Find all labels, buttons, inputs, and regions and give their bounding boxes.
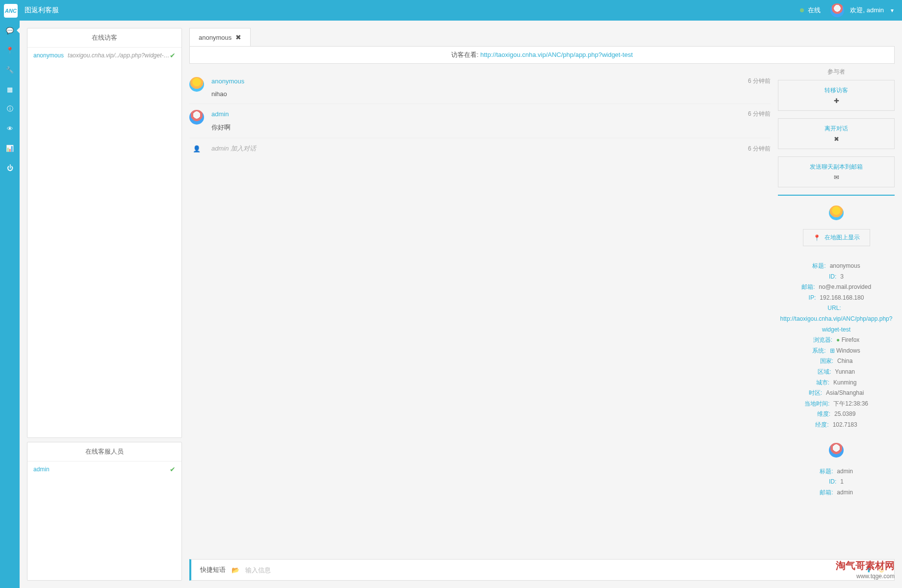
message-author: admin [211,110,229,118]
sidebar-settings[interactable]: 🔧 [0,60,20,79]
operator-row[interactable]: admin ✔ [27,461,181,477]
transfer-label: 转移访客 [825,86,848,95]
admin-info-avatar [829,443,844,458]
info-value: 3 [840,273,844,280]
sidebar-info[interactable]: ⓘ [0,99,20,119]
info-label: 标题: [812,262,825,269]
leave-button[interactable]: 离开对话 ✖ [778,118,895,149]
message-input[interactable] [245,566,860,574]
check-icon: ✔ [170,51,176,59]
info-value: Firefox [842,336,860,343]
mail-icon: ✉ [834,174,839,181]
logo[interactable]: ANC [4,4,18,18]
close-icon: ✖ [834,135,839,143]
sendmail-button[interactable]: 发送聊天副本到邮箱 ✉ [778,156,895,187]
info-value: 下午12:38:36 [833,400,868,407]
sendmail-label: 发送聊天副本到邮箱 [810,163,863,171]
check-icon: ✔ [170,465,176,473]
status-dot-icon [800,8,804,12]
canned-label: 快捷短语 [200,565,226,574]
url-link[interactable]: http://taoxigou.cnha.vip/ANC/php/app.php… [480,51,633,58]
sidebar-grid[interactable]: ▦ [0,79,20,99]
watermark-title: 淘气哥素材网 [836,559,895,572]
info-label: 邮箱: [820,489,833,496]
tab-visitor[interactable]: anonymous ✖ [189,28,251,46]
info-value: Windows [836,347,860,354]
visitor-url-bar: 访客在看: http://taoxigou.cnha.vip/ANC/php/a… [189,46,895,64]
participants-label: 参与者 [778,64,895,80]
eye-icon: 👁 [7,125,13,132]
message-avatar [189,110,204,125]
url-label: 访客在看: [451,51,479,58]
folder-icon[interactable]: 📂 [232,566,239,574]
operator-panel-header: 在线客服人员 [27,442,181,461]
sidebar-chat[interactable]: 💬 [0,21,20,40]
visitor-row[interactable]: anonymous taoxigou.cnha.vip/../app.php?w… [27,48,181,63]
user-icon: 👤 [189,145,204,153]
welcome-text: 欢迎, admin [850,6,884,15]
info-icon: ⓘ [7,104,13,113]
user-profile-menu[interactable]: 欢迎, admin ▼ [830,3,895,17]
windows-icon: ⊞ [830,347,835,354]
info-value: Yunnan [835,368,855,375]
status-text: 在线 [808,6,821,15]
close-icon[interactable]: ✖ [235,33,241,41]
info-value: Kunming [833,379,856,386]
power-icon: ⏻ [7,164,13,172]
operator-name: admin [33,466,50,473]
info-label: 维度: [817,410,830,417]
pin-icon: 📍 [813,234,821,241]
info-value: admin [837,468,853,475]
info-value: 102.7183 [833,421,857,428]
info-value: admin [837,489,853,496]
chevron-down-icon: ▼ [890,8,895,13]
visitor-panel-header: 在线访客 [27,28,181,48]
watermark: 淘气哥素材网 www.tqge.com [836,559,895,581]
sidebar-eye[interactable]: 👁 [0,119,20,138]
info-value: China [837,358,852,364]
visitor-url: taoxigou.cnha.vip/../app.php?widget-test [68,52,170,59]
online-status[interactable]: 在线 [800,6,821,15]
map-label: 在地图上显示 [825,233,860,242]
message: admin 6 分钟前 你好啊 [189,103,771,138]
info-label: 国家: [820,358,833,364]
chat-icon: 💬 [6,27,14,34]
bars-icon: 📊 [6,145,14,152]
message-time: 6 分钟前 [748,110,771,118]
info-label: 区域: [818,368,831,375]
info-label: 标题: [820,468,833,475]
info-value: 192.168.168.180 [820,294,864,301]
message-avatar [189,77,204,92]
info-label: ID: [829,273,836,280]
info-label: 当地时间: [804,400,829,407]
info-label: 经度: [815,421,828,428]
info-label: URL: [827,305,841,311]
info-value: 1 [840,478,844,485]
message: anonymous 6 分钟前 nihao [189,71,771,103]
show-map-button[interactable]: 📍 在地图上显示 [803,229,870,246]
system-text: admin 加入对话 [211,144,741,153]
grid-icon: ▦ [7,86,13,93]
plus-icon: ✚ [834,97,839,104]
sidebar-map[interactable]: 📍 [0,40,20,60]
system-time: 6 分钟前 [748,145,771,153]
user-avatar [830,3,844,17]
info-label: 系统: [812,347,825,354]
info-label: 时区: [809,389,822,396]
info-label: ID: [829,478,836,485]
info-value: no@e.mail.provided [819,283,871,290]
sidebar-power[interactable]: ⏻ [0,158,20,178]
info-value: Asia/Shanghai [826,389,864,396]
page-title: 图返利客服 [25,6,59,15]
leave-label: 离开对话 [825,125,848,133]
info-label: 邮箱: [801,283,815,290]
transfer-button[interactable]: 转移访客 ✚ [778,80,895,111]
message-text: 你好啊 [211,123,771,132]
info-url-value[interactable]: http://taoxigou.cnha.vip/ANC/php/app.php… [780,315,893,333]
pin-icon: 📍 [6,47,14,54]
sidebar-stats[interactable]: 📊 [0,138,20,158]
info-value: anonymous [830,262,860,269]
info-value: 25.0389 [834,410,855,417]
visitor-info-avatar [829,205,844,220]
visitor-name: anonymous [33,52,64,59]
